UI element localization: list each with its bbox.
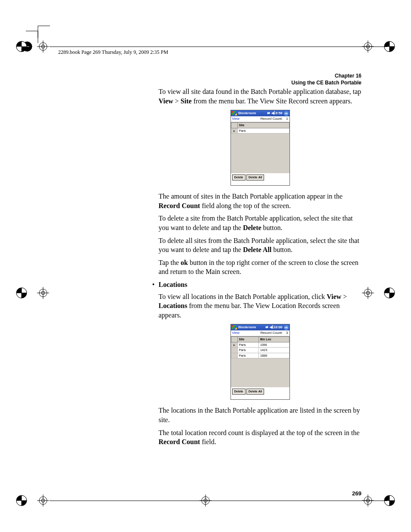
clock-time: 10:00 bbox=[274, 325, 282, 330]
paragraph-ok-close: Tap the ok button in the top right corne… bbox=[159, 258, 361, 277]
chapter-number: Chapter 16 bbox=[291, 72, 361, 79]
device-menubar: View Record Count: 3 bbox=[231, 330, 290, 336]
svg-point-20 bbox=[41, 291, 45, 295]
svg-point-6 bbox=[16, 41, 27, 52]
footer-rule bbox=[50, 501, 387, 501]
paragraph-delete-all-sites: To delete all sites from the Batch Porta… bbox=[159, 236, 361, 255]
col-site[interactable]: Site bbox=[237, 337, 259, 342]
svg-point-22 bbox=[364, 289, 372, 297]
record-count-value: 3 bbox=[286, 331, 288, 336]
svg-point-16 bbox=[16, 288, 27, 298]
cell-bin[interactable]: 1A23 bbox=[259, 348, 289, 353]
figure-view-locations: Stockroom ⇄ ◀ἱ 10:00 ok View Record Coun… bbox=[159, 324, 361, 400]
menu-view[interactable]: View bbox=[232, 331, 240, 336]
paragraph-intro-site: To view all site data found in the Batch… bbox=[159, 87, 361, 106]
svg-point-30 bbox=[41, 499, 45, 502]
svg-point-26 bbox=[16, 495, 27, 506]
svg-point-2 bbox=[22, 42, 32, 51]
svg-point-25 bbox=[366, 291, 370, 295]
svg-point-27 bbox=[39, 497, 47, 504]
paragraph-delete-site: To delete a site from the Batch Portable… bbox=[159, 214, 361, 232]
row-header-blank bbox=[231, 337, 237, 342]
paragraph-record-count: The amount of sites in the Batch Portabl… bbox=[159, 192, 361, 210]
svg-point-21 bbox=[384, 288, 395, 298]
table-row[interactable]: ▸ Paris bbox=[231, 128, 289, 133]
site-table[interactable]: Site ▸ Paris bbox=[231, 122, 290, 134]
device-grid: Site ▸ Paris bbox=[231, 122, 290, 173]
volume-icon: ◀ἱ bbox=[271, 111, 275, 116]
delete-all-button[interactable]: Delete All bbox=[246, 389, 265, 394]
start-flag-icon bbox=[232, 111, 237, 115]
record-count-label: Record Count: bbox=[260, 331, 283, 336]
chapter-header: Chapter 16 Using the CE Batch Portable bbox=[291, 72, 361, 86]
cell-site[interactable]: Paris bbox=[237, 128, 289, 133]
chapter-title: Using the CE Batch Portable bbox=[291, 79, 361, 86]
paragraph-intro-locations: To view all locations in the Batch Porta… bbox=[159, 292, 361, 320]
device-button-bar: Delete Delete All bbox=[231, 173, 290, 185]
app-title: Stockroom bbox=[238, 325, 256, 330]
cell-bin[interactable]: 1B86 bbox=[259, 353, 289, 358]
device-button-bar: Delete Delete All bbox=[231, 387, 290, 399]
connectivity-icon: ⇄ bbox=[267, 111, 270, 116]
table-row[interactable]: ▸ Paris 1098 bbox=[231, 342, 289, 347]
cell-site[interactable]: Paris bbox=[237, 348, 259, 353]
menu-view[interactable]: View bbox=[232, 117, 240, 121]
svg-point-1 bbox=[22, 42, 32, 51]
svg-point-0 bbox=[22, 42, 32, 51]
device-screenshot-site: Stockroom ⇄ ◀ἱ 9:58 ok View Record Count… bbox=[230, 110, 290, 186]
device-titlebar: Stockroom ⇄ ◀ἱ 10:00 ok bbox=[231, 324, 290, 330]
svg-point-17 bbox=[39, 289, 47, 297]
device-menubar: View Record Count: 1 bbox=[231, 116, 290, 122]
record-count-label: Record Count: bbox=[260, 117, 283, 121]
connectivity-icon: ⇄ bbox=[265, 325, 268, 330]
device-grid: Site Bin Loc ▸ Paris 1098 Paris 1A23 bbox=[231, 336, 290, 387]
cell-site[interactable]: Paris bbox=[237, 353, 259, 358]
book-header-line: 2289.book Page 269 Thursday, July 9, 200… bbox=[58, 49, 168, 56]
row-selector[interactable]: ▸ bbox=[231, 342, 237, 347]
col-binloc[interactable]: Bin Loc bbox=[259, 337, 289, 342]
row-header-blank bbox=[231, 123, 237, 128]
app-title: Stockroom bbox=[238, 111, 256, 116]
ok-button[interactable]: ok bbox=[284, 325, 289, 330]
row-selector[interactable] bbox=[231, 353, 237, 358]
col-site[interactable]: Site bbox=[237, 123, 289, 128]
row-selector[interactable]: ▸ bbox=[231, 128, 237, 133]
cell-bin[interactable]: 1098 bbox=[259, 342, 289, 347]
page-number: 269 bbox=[352, 490, 361, 497]
ok-button[interactable]: ok bbox=[284, 111, 289, 116]
device-screenshot-locations: Stockroom ⇄ ◀ἱ 10:00 ok View Record Coun… bbox=[230, 324, 290, 400]
table-row[interactable]: Paris 1B86 bbox=[231, 353, 289, 358]
delete-button[interactable]: Delete bbox=[232, 174, 246, 180]
clock-time: 9:58 bbox=[275, 111, 282, 116]
bullet-label: Locations bbox=[159, 281, 187, 288]
svg-point-3 bbox=[16, 41, 27, 52]
locations-table[interactable]: Site Bin Loc ▸ Paris 1098 Paris 1A23 bbox=[231, 336, 290, 358]
delete-button[interactable]: Delete bbox=[232, 389, 246, 394]
bullet-dot: • bbox=[148, 280, 159, 289]
record-count-value: 1 bbox=[286, 117, 288, 121]
start-flag-icon bbox=[232, 325, 237, 330]
device-titlebar: Stockroom ⇄ ◀ἱ 9:58 ok bbox=[231, 110, 290, 116]
table-row[interactable]: Paris 1A23 bbox=[231, 348, 289, 353]
delete-all-button[interactable]: Delete All bbox=[246, 174, 265, 180]
cell-site[interactable]: Paris bbox=[237, 342, 259, 347]
svg-point-10 bbox=[41, 45, 45, 48]
menu-view-bold: View bbox=[159, 97, 173, 105]
menu-site-bold: Site bbox=[181, 97, 192, 105]
row-selector[interactable] bbox=[231, 348, 237, 353]
header-rule bbox=[50, 47, 387, 47]
svg-point-7 bbox=[39, 43, 47, 50]
volume-icon: ◀ἱ bbox=[270, 325, 274, 330]
bullet-locations: •Locations bbox=[148, 280, 361, 289]
figure-view-site: Stockroom ⇄ ◀ἱ 9:58 ok View Record Count… bbox=[159, 110, 361, 186]
paragraph-locations-listed: The locations in the Batch Portable appl… bbox=[159, 406, 361, 424]
paragraph-location-count: The total location record count is displ… bbox=[159, 428, 361, 447]
